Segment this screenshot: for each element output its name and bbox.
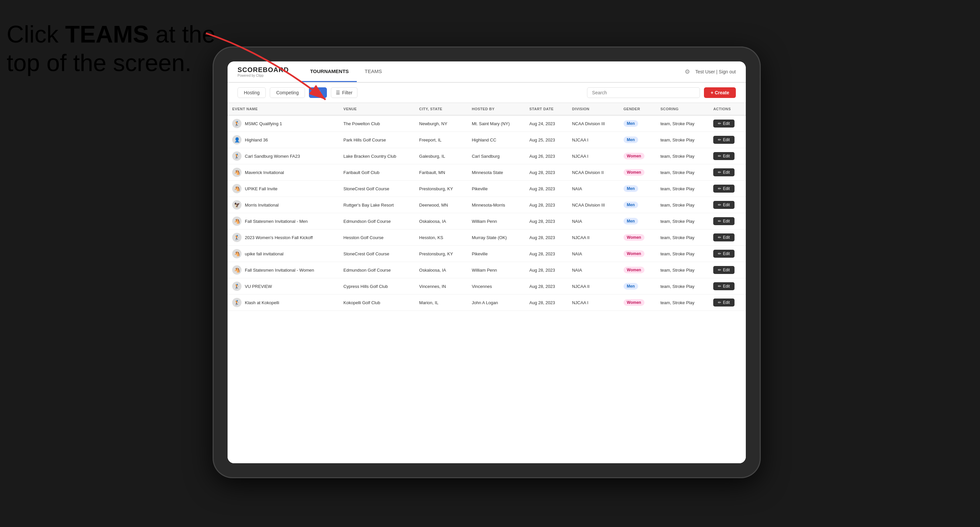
cell-scoring: team, Stroke Play bbox=[656, 164, 709, 181]
cell-start-date: Aug 28, 2023 bbox=[525, 246, 567, 262]
create-button[interactable]: + Create bbox=[704, 87, 736, 98]
cell-venue: Edmundson Golf Course bbox=[339, 213, 415, 229]
cell-gender: Women bbox=[619, 262, 656, 278]
edit-icon: ✏ bbox=[718, 138, 721, 142]
cell-city-state: Oskaloosa, IA bbox=[415, 213, 467, 229]
col-gender: GENDER bbox=[619, 103, 656, 115]
filter-hosting-btn[interactable]: Hosting bbox=[237, 87, 266, 98]
nav-bar: SCOREBOARD Powered by Clipp TOURNAMENTS … bbox=[228, 62, 746, 83]
cell-gender: Men bbox=[619, 132, 656, 148]
nav-right: ⚙ Test User | Sign out bbox=[685, 68, 736, 75]
cell-scoring: team, Stroke Play bbox=[656, 213, 709, 229]
table-row: 👤 Highland 36 Park Hills Golf Course Fre… bbox=[228, 132, 746, 148]
tab-tournaments[interactable]: TOURNAMENTS bbox=[302, 62, 356, 82]
cell-gender: Men bbox=[619, 213, 656, 229]
cell-gender: Men bbox=[619, 278, 656, 295]
event-name-text: Carl Sandburg Women FA23 bbox=[245, 154, 300, 159]
cell-scoring: team, Stroke Play bbox=[656, 148, 709, 164]
cell-actions: ✏ Edit bbox=[709, 278, 746, 295]
cell-scoring: team, Stroke Play bbox=[656, 246, 709, 262]
tab-teams[interactable]: TEAMS bbox=[357, 62, 390, 82]
cell-hosted-by: Vincennes bbox=[467, 278, 525, 295]
event-name-text: 2023 Women's Hesston Fall Kickoff bbox=[245, 235, 313, 240]
table-row: 🦅 Morris Invitational Ruttger's Bay Lake… bbox=[228, 197, 746, 213]
edit-icon: ✏ bbox=[718, 170, 721, 175]
cell-scoring: team, Stroke Play bbox=[656, 229, 709, 246]
event-icon: 🐴 bbox=[232, 249, 242, 258]
edit-button[interactable]: ✏ Edit bbox=[713, 136, 735, 144]
settings-icon[interactable]: ⚙ bbox=[685, 68, 690, 75]
edit-label: Edit bbox=[723, 235, 730, 240]
instruction-before: Click bbox=[6, 21, 65, 48]
edit-button[interactable]: ✏ Edit bbox=[713, 282, 735, 290]
table-row: 🐴 upike fall invitational StoneCrest Gol… bbox=[228, 246, 746, 262]
edit-button[interactable]: ✏ Edit bbox=[713, 233, 735, 241]
content-area: Hosting Competing All ☰ Filter + Create … bbox=[228, 83, 746, 463]
nav-user: Test User | Sign out bbox=[695, 69, 736, 75]
edit-icon: ✏ bbox=[718, 235, 721, 240]
cell-start-date: Aug 25, 2023 bbox=[525, 132, 567, 148]
edit-icon: ✏ bbox=[718, 300, 721, 305]
edit-button[interactable]: ✏ Edit bbox=[713, 185, 735, 193]
table-row: 🏌 2023 Women's Hesston Fall Kickoff Hess… bbox=[228, 229, 746, 246]
cell-event-name: 🏌 2023 Women's Hesston Fall Kickoff bbox=[228, 229, 339, 246]
cell-event-name: 🏌 VU PREVIEW bbox=[228, 278, 339, 295]
edit-icon: ✏ bbox=[718, 186, 721, 191]
cell-city-state: Hesston, KS bbox=[415, 229, 467, 246]
col-actions: ACTIONS bbox=[709, 103, 746, 115]
cell-gender: Women bbox=[619, 295, 656, 311]
cell-division: NAIA bbox=[567, 262, 619, 278]
edit-button[interactable]: ✏ Edit bbox=[713, 217, 735, 225]
tablet-screen: SCOREBOARD Powered by Clipp TOURNAMENTS … bbox=[228, 62, 746, 463]
cell-division: NAIA bbox=[567, 213, 619, 229]
event-icon: 🐴 bbox=[232, 168, 242, 177]
cell-division: NJCAA I bbox=[567, 295, 619, 311]
event-name-text: UPIKE Fall Invite bbox=[245, 186, 277, 191]
cell-event-name: 🐴 upike fall invitational bbox=[228, 246, 339, 262]
edit-icon: ✏ bbox=[718, 203, 721, 207]
edit-button[interactable]: ✏ Edit bbox=[713, 119, 735, 127]
cell-venue: Kokopelli Golf Club bbox=[339, 295, 415, 311]
table-row: 🏌 MSMC Qualifying 1 The Powelton Club Ne… bbox=[228, 115, 746, 132]
cell-gender: Women bbox=[619, 229, 656, 246]
edit-button[interactable]: ✏ Edit bbox=[713, 266, 735, 274]
cell-start-date: Aug 28, 2023 bbox=[525, 278, 567, 295]
edit-button[interactable]: ✏ Edit bbox=[713, 250, 735, 258]
filter-label: Filter bbox=[342, 90, 352, 95]
logo-area: SCOREBOARD Powered by Clipp bbox=[237, 66, 289, 77]
logo-title: SCOREBOARD bbox=[237, 66, 289, 74]
cell-venue: Ruttger's Bay Lake Resort bbox=[339, 197, 415, 213]
event-icon: 🏌 bbox=[232, 298, 242, 307]
filter-competing-btn[interactable]: Competing bbox=[270, 87, 305, 98]
cell-hosted-by: William Penn bbox=[467, 213, 525, 229]
cell-gender: Men bbox=[619, 181, 656, 197]
table-body: 🏌 MSMC Qualifying 1 The Powelton Club Ne… bbox=[228, 115, 746, 311]
edit-button[interactable]: ✏ Edit bbox=[713, 298, 735, 306]
cell-venue: The Powelton Club bbox=[339, 115, 415, 132]
cell-division: NCAA Division III bbox=[567, 115, 619, 132]
cell-event-name: 🐴 Fall Statesmen Invitational - Women bbox=[228, 262, 339, 278]
edit-button[interactable]: ✏ Edit bbox=[713, 168, 735, 176]
search-input[interactable] bbox=[587, 87, 700, 98]
event-icon: 🐴 bbox=[232, 184, 242, 193]
edit-button[interactable]: ✏ Edit bbox=[713, 152, 735, 160]
event-name-text: Highland 36 bbox=[245, 138, 268, 143]
event-name-text: Fall Statesmen Invitational - Women bbox=[245, 268, 314, 273]
col-venue: VENUE bbox=[339, 103, 415, 115]
edit-label: Edit bbox=[723, 203, 730, 207]
cell-event-name: 🐴 UPIKE Fall Invite bbox=[228, 181, 339, 197]
edit-icon: ✏ bbox=[718, 121, 721, 126]
cell-start-date: Aug 28, 2023 bbox=[525, 229, 567, 246]
cell-gender: Women bbox=[619, 164, 656, 181]
cell-division: NAIA bbox=[567, 181, 619, 197]
cell-hosted-by: Highland CC bbox=[467, 132, 525, 148]
filter-options-btn[interactable]: ☰ Filter bbox=[331, 87, 358, 98]
filter-all-btn[interactable]: All bbox=[309, 87, 327, 98]
cell-city-state: Deerwood, MN bbox=[415, 197, 467, 213]
edit-button[interactable]: ✏ Edit bbox=[713, 201, 735, 209]
cell-hosted-by: William Penn bbox=[467, 262, 525, 278]
cell-start-date: Aug 28, 2023 bbox=[525, 295, 567, 311]
cell-event-name: 🐴 Maverick Invitational bbox=[228, 164, 339, 181]
cell-city-state: Vincennes, IN bbox=[415, 278, 467, 295]
event-name-text: Fall Statesmen Invitational - Men bbox=[245, 219, 308, 224]
